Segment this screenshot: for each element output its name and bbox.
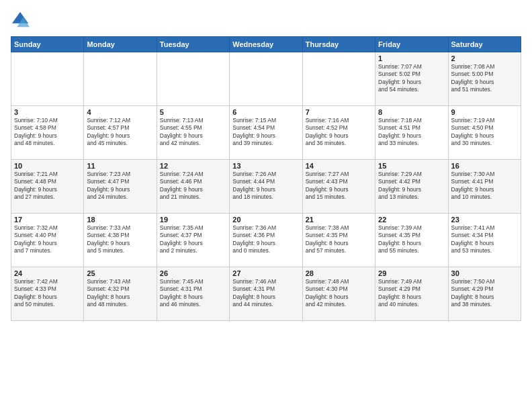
day-number: 30: [451, 269, 518, 277]
day-info: Sunrise: 7:43 AM Sunset: 4:32 PM Dayligh…: [87, 278, 153, 309]
header-cell-saturday: Saturday: [448, 37, 521, 52]
week-row-2: 10Sunrise: 7:21 AM Sunset: 4:48 PM Dayli…: [11, 160, 521, 214]
day-cell: [157, 52, 229, 106]
day-number: 8: [378, 108, 445, 116]
day-number: 15: [378, 162, 445, 170]
day-cell: 10Sunrise: 7:21 AM Sunset: 4:48 PM Dayli…: [11, 160, 84, 214]
day-cell: 7Sunrise: 7:16 AM Sunset: 4:52 PM Daylig…: [302, 106, 375, 160]
day-info: Sunrise: 7:41 AM Sunset: 4:34 PM Dayligh…: [451, 224, 518, 255]
day-cell: 27Sunrise: 7:46 AM Sunset: 4:31 PM Dayli…: [230, 267, 302, 321]
day-cell: [302, 52, 375, 106]
day-number: 20: [232, 216, 299, 224]
day-info: Sunrise: 7:08 AM Sunset: 5:00 PM Dayligh…: [451, 63, 518, 94]
day-info: Sunrise: 7:49 AM Sunset: 4:29 PM Dayligh…: [378, 278, 445, 309]
week-row-3: 17Sunrise: 7:32 AM Sunset: 4:40 PM Dayli…: [11, 214, 521, 267]
logo: [11, 11, 32, 30]
day-number: 23: [451, 216, 518, 224]
day-cell: 15Sunrise: 7:29 AM Sunset: 4:42 PM Dayli…: [375, 160, 448, 214]
day-cell: 3Sunrise: 7:10 AM Sunset: 4:58 PM Daylig…: [11, 106, 84, 160]
day-cell: 4Sunrise: 7:12 AM Sunset: 4:57 PM Daylig…: [84, 106, 157, 160]
day-info: Sunrise: 7:33 AM Sunset: 4:38 PM Dayligh…: [87, 224, 153, 255]
day-cell: 16Sunrise: 7:30 AM Sunset: 4:41 PM Dayli…: [448, 160, 521, 214]
day-number: 19: [160, 216, 226, 224]
day-info: Sunrise: 7:15 AM Sunset: 4:54 PM Dayligh…: [232, 117, 299, 148]
day-number: 10: [14, 162, 81, 170]
day-info: Sunrise: 7:27 AM Sunset: 4:43 PM Dayligh…: [306, 171, 372, 201]
day-number: 21: [306, 216, 372, 224]
header-cell-thursday: Thursday: [302, 37, 375, 52]
day-cell: 21Sunrise: 7:38 AM Sunset: 4:35 PM Dayli…: [302, 214, 375, 267]
day-cell: 5Sunrise: 7:13 AM Sunset: 4:55 PM Daylig…: [157, 106, 229, 160]
day-cell: 28Sunrise: 7:48 AM Sunset: 4:30 PM Dayli…: [302, 267, 375, 321]
day-cell: [84, 52, 157, 106]
day-info: Sunrise: 7:26 AM Sunset: 4:44 PM Dayligh…: [232, 171, 299, 201]
day-cell: 20Sunrise: 7:36 AM Sunset: 4:36 PM Dayli…: [230, 214, 302, 267]
day-number: 5: [160, 108, 226, 116]
day-info: Sunrise: 7:24 AM Sunset: 4:46 PM Dayligh…: [160, 171, 226, 201]
day-number: 3: [14, 108, 81, 116]
day-cell: 2Sunrise: 7:08 AM Sunset: 5:00 PM Daylig…: [448, 52, 521, 106]
day-number: 27: [232, 269, 299, 277]
day-number: 2: [451, 54, 518, 62]
day-info: Sunrise: 7:10 AM Sunset: 4:58 PM Dayligh…: [14, 117, 81, 148]
day-number: 18: [87, 216, 153, 224]
day-number: 16: [451, 162, 518, 170]
day-number: 28: [306, 269, 372, 277]
day-info: Sunrise: 7:50 AM Sunset: 4:29 PM Dayligh…: [451, 278, 518, 309]
day-cell: 6Sunrise: 7:15 AM Sunset: 4:54 PM Daylig…: [230, 106, 302, 160]
day-number: 13: [232, 162, 299, 170]
day-info: Sunrise: 7:45 AM Sunset: 4:31 PM Dayligh…: [160, 278, 226, 309]
header-cell-monday: Monday: [84, 37, 157, 52]
calendar-header: SundayMondayTuesdayWednesdayThursdayFrid…: [11, 37, 521, 52]
week-row-4: 24Sunrise: 7:42 AM Sunset: 4:33 PM Dayli…: [11, 267, 521, 321]
header: [11, 11, 521, 30]
week-row-1: 3Sunrise: 7:10 AM Sunset: 4:58 PM Daylig…: [11, 106, 521, 160]
day-cell: 18Sunrise: 7:33 AM Sunset: 4:38 PM Dayli…: [84, 214, 157, 267]
day-info: Sunrise: 7:35 AM Sunset: 4:37 PM Dayligh…: [160, 224, 226, 255]
day-info: Sunrise: 7:23 AM Sunset: 4:47 PM Dayligh…: [87, 171, 153, 201]
calendar-page: SundayMondayTuesdayWednesdayThursdayFrid…: [0, 0, 532, 411]
day-cell: 1Sunrise: 7:07 AM Sunset: 5:02 PM Daylig…: [375, 52, 448, 106]
day-number: 11: [87, 162, 153, 170]
day-cell: 12Sunrise: 7:24 AM Sunset: 4:46 PM Dayli…: [157, 160, 229, 214]
day-info: Sunrise: 7:48 AM Sunset: 4:30 PM Dayligh…: [306, 278, 372, 309]
day-info: Sunrise: 7:38 AM Sunset: 4:35 PM Dayligh…: [306, 224, 372, 255]
day-cell: 19Sunrise: 7:35 AM Sunset: 4:37 PM Dayli…: [157, 214, 229, 267]
day-cell: 13Sunrise: 7:26 AM Sunset: 4:44 PM Dayli…: [230, 160, 302, 214]
day-cell: 22Sunrise: 7:39 AM Sunset: 4:35 PM Dayli…: [375, 214, 448, 267]
day-number: 25: [87, 269, 153, 277]
day-cell: [11, 52, 84, 106]
header-row: SundayMondayTuesdayWednesdayThursdayFrid…: [11, 37, 521, 52]
day-cell: 8Sunrise: 7:18 AM Sunset: 4:51 PM Daylig…: [375, 106, 448, 160]
day-number: 29: [378, 269, 445, 277]
day-cell: [230, 52, 302, 106]
header-cell-wednesday: Wednesday: [230, 37, 302, 52]
day-info: Sunrise: 7:12 AM Sunset: 4:57 PM Dayligh…: [87, 117, 153, 148]
day-cell: 26Sunrise: 7:45 AM Sunset: 4:31 PM Dayli…: [157, 267, 229, 321]
day-info: Sunrise: 7:30 AM Sunset: 4:41 PM Dayligh…: [451, 171, 518, 201]
header-cell-tuesday: Tuesday: [157, 37, 229, 52]
day-number: 9: [451, 108, 518, 116]
day-info: Sunrise: 7:39 AM Sunset: 4:35 PM Dayligh…: [378, 224, 445, 255]
day-number: 14: [306, 162, 372, 170]
day-number: 22: [378, 216, 445, 224]
day-info: Sunrise: 7:07 AM Sunset: 5:02 PM Dayligh…: [378, 63, 445, 94]
logo-icon: [11, 11, 30, 30]
day-number: 17: [14, 216, 81, 224]
day-cell: 9Sunrise: 7:19 AM Sunset: 4:50 PM Daylig…: [448, 106, 521, 160]
day-cell: 23Sunrise: 7:41 AM Sunset: 4:34 PM Dayli…: [448, 214, 521, 267]
day-info: Sunrise: 7:42 AM Sunset: 4:33 PM Dayligh…: [14, 278, 81, 309]
day-info: Sunrise: 7:21 AM Sunset: 4:48 PM Dayligh…: [14, 171, 81, 201]
day-info: Sunrise: 7:36 AM Sunset: 4:36 PM Dayligh…: [232, 224, 299, 255]
day-cell: 30Sunrise: 7:50 AM Sunset: 4:29 PM Dayli…: [448, 267, 521, 321]
day-info: Sunrise: 7:46 AM Sunset: 4:31 PM Dayligh…: [232, 278, 299, 309]
day-info: Sunrise: 7:16 AM Sunset: 4:52 PM Dayligh…: [306, 117, 372, 148]
day-cell: 25Sunrise: 7:43 AM Sunset: 4:32 PM Dayli…: [84, 267, 157, 321]
day-info: Sunrise: 7:19 AM Sunset: 4:50 PM Dayligh…: [451, 117, 518, 148]
day-info: Sunrise: 7:29 AM Sunset: 4:42 PM Dayligh…: [378, 171, 445, 201]
day-cell: 29Sunrise: 7:49 AM Sunset: 4:29 PM Dayli…: [375, 267, 448, 321]
header-cell-friday: Friday: [375, 37, 448, 52]
day-cell: 14Sunrise: 7:27 AM Sunset: 4:43 PM Dayli…: [302, 160, 375, 214]
week-row-0: 1Sunrise: 7:07 AM Sunset: 5:02 PM Daylig…: [11, 52, 521, 106]
calendar-body: 1Sunrise: 7:07 AM Sunset: 5:02 PM Daylig…: [11, 52, 521, 321]
